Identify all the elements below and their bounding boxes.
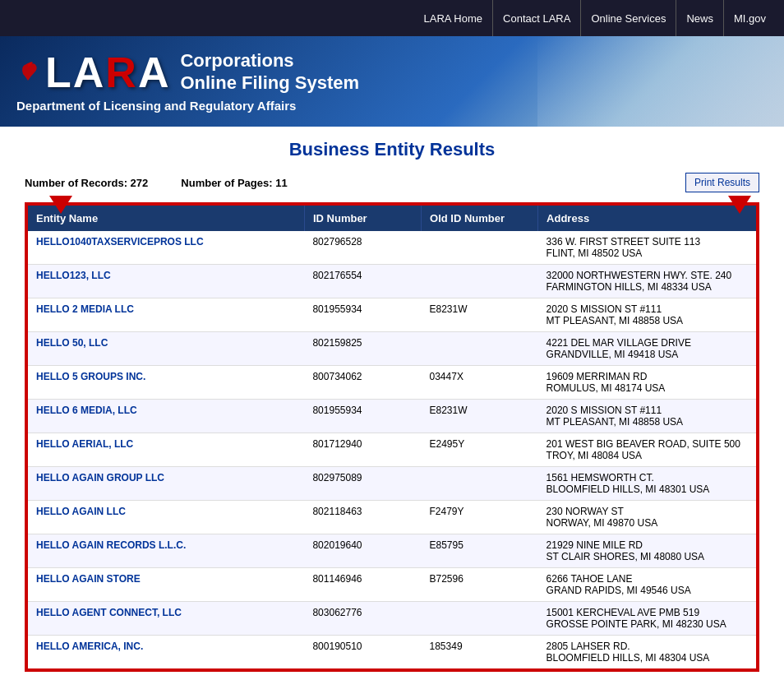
results-table-wrapper: Entity Name ID Number Old ID Number Addr… xyxy=(25,202,759,672)
lara-acronym: LARA xyxy=(45,51,170,94)
id-number-cell: 802796528 xyxy=(304,231,421,265)
entity-name-link[interactable]: HELLO1040TAXSERVICEPROS LLC xyxy=(36,236,204,247)
address-cell: 2805 LAHSER RD. BLOOMFIELD HILLS, MI 483… xyxy=(538,636,757,670)
entity-name-cell: HELLO1040TAXSERVICEPROS LLC xyxy=(27,231,304,265)
old-id-cell: E2495Y xyxy=(422,433,538,467)
old-id-cell: F2479Y xyxy=(422,501,538,534)
records-count-label: Number of Records: 272 xyxy=(25,177,148,189)
nav-lara-home[interactable]: LARA Home xyxy=(414,0,494,36)
table-row: HELLO AGAIN GROUP LLC8029750891561 HEMSW… xyxy=(27,467,757,501)
address-cell: 4221 DEL MAR VILLAGE DRIVE GRANDVILLE, M… xyxy=(538,332,757,366)
address-cell: 336 W. FIRST STREET SUITE 113 FLINT, MI … xyxy=(538,231,757,265)
entity-name-cell: HELLO 6 MEDIA, LLC xyxy=(27,400,304,433)
id-number-cell: 801955934 xyxy=(304,400,421,433)
address-cell: 21929 NINE MILE RD ST CLAIR SHORES, MI 4… xyxy=(538,534,757,568)
table-row: HELLO123, LLC80217655432000 NORTHWESTERN… xyxy=(27,265,757,298)
lara-logo: LARA Corporations Online Filing System D… xyxy=(16,50,359,113)
col-id-number: ID Number xyxy=(304,205,421,231)
lara-tagline: Corporations Online Filing System xyxy=(180,50,359,94)
entity-name-cell: HELLO AERIAL, LLC xyxy=(27,433,304,467)
old-id-cell xyxy=(422,265,538,298)
old-id-cell: B72596 xyxy=(422,568,538,602)
dept-name: Department of Licensing and Regulatory A… xyxy=(16,99,359,113)
table-row: HELLO AGENT CONNECT, LLC80306277615001 K… xyxy=(27,602,757,636)
id-number-cell: 803062776 xyxy=(304,602,421,636)
entity-name-link[interactable]: HELLO AGAIN STORE xyxy=(36,573,141,585)
table-row: HELLO AGAIN STORE801146946B725966266 TAH… xyxy=(27,568,757,602)
old-id-cell xyxy=(422,602,538,636)
old-id-cell xyxy=(422,332,538,366)
id-number-cell: 800190510 xyxy=(304,636,421,670)
entity-name-link[interactable]: HELLO AGAIN LLC xyxy=(36,506,126,517)
lara-bird-icon xyxy=(16,58,41,86)
entity-name-link[interactable]: HELLO AGAIN RECORDS L.L.C. xyxy=(36,539,186,551)
old-id-cell: 03447X xyxy=(422,366,538,400)
table-row: HELLO AGAIN LLC802118463F2479Y230 NORWAY… xyxy=(27,501,757,534)
entity-name-cell: HELLO 50, LLC xyxy=(27,332,304,366)
old-id-cell: 185349 xyxy=(422,636,538,670)
entity-name-link[interactable]: HELLO AGENT CONNECT, LLC xyxy=(36,607,182,618)
top-navigation: LARA Home Contact LARA Online Services N… xyxy=(0,0,784,36)
entity-name-cell: HELLO AGAIN STORE xyxy=(27,568,304,602)
entity-name-link[interactable]: HELLO AERIAL, LLC xyxy=(36,438,133,450)
address-cell: 201 WEST BIG BEAVER ROAD, SUITE 500 TROY… xyxy=(538,433,757,467)
entity-name-link[interactable]: HELLO AGAIN GROUP LLC xyxy=(36,472,164,483)
old-id-cell: E8231W xyxy=(422,400,538,433)
entity-name-cell: HELLO AGAIN LLC xyxy=(27,501,304,534)
col-old-id-number: Old ID Number xyxy=(422,205,538,231)
summary-row: Number of Records: 272 Number of Pages: … xyxy=(25,173,759,192)
address-cell: 1561 HEMSWORTH CT. BLOOMFIELD HILLS, MI … xyxy=(538,467,757,501)
id-number-cell: 801712940 xyxy=(304,433,421,467)
address-cell: 2020 S MISSION ST #111 MT PLEASANT, MI 4… xyxy=(538,298,757,332)
old-id-cell: E8231W xyxy=(422,298,538,332)
entity-name-link[interactable]: HELLO 5 GROUPS INC. xyxy=(36,371,145,382)
table-row: HELLO AERIAL, LLC801712940E2495Y201 WEST… xyxy=(27,433,757,467)
id-number-cell: 802019640 xyxy=(304,534,421,568)
entity-name-link[interactable]: HELLO 50, LLC xyxy=(36,337,108,349)
table-header-row: Entity Name ID Number Old ID Number Addr… xyxy=(27,205,757,231)
summary-info: Number of Records: 272 Number of Pages: … xyxy=(25,177,685,189)
entity-name-cell: HELLO123, LLC xyxy=(27,265,304,298)
entity-name-cell: HELLO 5 GROUPS INC. xyxy=(27,366,304,400)
table-row: HELLO1040TAXSERVICEPROS LLC802796528336 … xyxy=(27,231,757,265)
nav-mi-gov[interactable]: MI.gov xyxy=(724,0,776,36)
id-number-cell: 802176554 xyxy=(304,265,421,298)
table-row: HELLO 2 MEDIA LLC801955934E8231W2020 S M… xyxy=(27,298,757,332)
entity-name-cell: HELLO AMERICA, INC. xyxy=(27,636,304,670)
entity-name-link[interactable]: HELLO123, LLC xyxy=(36,270,111,281)
pages-count-label: Number of Pages: 11 xyxy=(181,177,287,189)
address-cell: 6266 TAHOE LANE GRAND RAPIDS, MI 49546 U… xyxy=(538,568,757,602)
main-content: Business Entity Results Number of Record… xyxy=(0,127,784,680)
entity-name-link[interactable]: HELLO 6 MEDIA, LLC xyxy=(36,405,137,416)
id-number-cell: 802159825 xyxy=(304,332,421,366)
header-banner: LARA Corporations Online Filing System D… xyxy=(0,36,784,127)
old-id-cell xyxy=(422,467,538,501)
address-cell: 15001 KERCHEVAL AVE PMB 519 GROSSE POINT… xyxy=(538,602,757,636)
id-number-cell: 800734062 xyxy=(304,366,421,400)
table-row: HELLO 5 GROUPS INC.80073406203447X19609 … xyxy=(27,366,757,400)
nav-online-services[interactable]: Online Services xyxy=(581,0,676,36)
entity-name-cell: HELLO 2 MEDIA LLC xyxy=(27,298,304,332)
entity-name-cell: HELLO AGAIN RECORDS L.L.C. xyxy=(27,534,304,568)
table-row: HELLO 6 MEDIA, LLC801955934E8231W2020 S … xyxy=(27,400,757,433)
nav-contact-lara[interactable]: Contact LARA xyxy=(493,0,581,36)
entity-name-link[interactable]: HELLO AMERICA, INC. xyxy=(36,641,143,652)
table-row: HELLO AMERICA, INC.8001905101853492805 L… xyxy=(27,636,757,670)
address-cell: 2020 S MISSION ST #111 MT PLEASANT, MI 4… xyxy=(538,400,757,433)
entity-name-cell: HELLO AGAIN GROUP LLC xyxy=(27,467,304,501)
id-number-cell: 802975089 xyxy=(304,467,421,501)
table-row: HELLO 50, LLC8021598254221 DEL MAR VILLA… xyxy=(27,332,757,366)
old-id-cell: E85795 xyxy=(422,534,538,568)
address-cell: 19609 MERRIMAN RD ROMULUS, MI 48174 USA xyxy=(538,366,757,400)
entity-name-cell: HELLO AGENT CONNECT, LLC xyxy=(27,602,304,636)
id-number-cell: 801146946 xyxy=(304,568,421,602)
page-title: Business Entity Results xyxy=(25,139,759,160)
address-cell: 230 NORWAY ST NORWAY, MI 49870 USA xyxy=(538,501,757,534)
id-number-cell: 802118463 xyxy=(304,501,421,534)
print-results-button[interactable]: Print Results xyxy=(685,173,759,192)
nav-news[interactable]: News xyxy=(676,0,724,36)
address-cell: 32000 NORTHWESTERN HWY. STE. 240 FARMING… xyxy=(538,265,757,298)
entity-name-link[interactable]: HELLO 2 MEDIA LLC xyxy=(36,303,134,315)
results-table: Entity Name ID Number Old ID Number Addr… xyxy=(26,204,758,670)
table-row: HELLO AGAIN RECORDS L.L.C.802019640E8579… xyxy=(27,534,757,568)
